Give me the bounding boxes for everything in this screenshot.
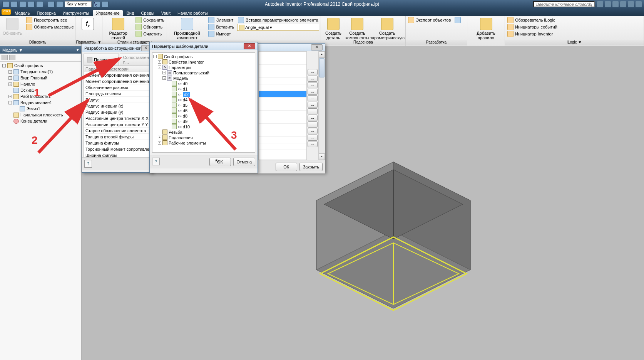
param-row[interactable]: Радиус инерции (x) xyxy=(84,103,151,109)
create-part-button[interactable]: Создать деталь xyxy=(323,17,344,41)
browser-node[interactable]: +Твердые тела(1) xyxy=(0,69,81,75)
dlg2-help-button[interactable]: ? xyxy=(152,158,160,165)
row-button[interactable]: ... xyxy=(308,121,318,128)
tree-node-label[interactable]: Свой профиль xyxy=(164,54,193,59)
clear-style-button[interactable]: Очистить xyxy=(135,31,165,37)
expand-icon[interactable]: + xyxy=(158,60,161,64)
tab-view[interactable]: Вид xyxy=(124,10,137,16)
find-icon[interactable] xyxy=(9,55,15,60)
row-button[interactable]: ... xyxy=(308,141,318,147)
tree-node[interactable]: x=d8 xyxy=(153,113,254,119)
dlg1-titlebar[interactable]: Разработка конструкционного профиля × xyxy=(82,44,152,52)
node-label[interactable]: Твердые тела(1) xyxy=(20,69,53,74)
help-search-input[interactable] xyxy=(533,1,595,7)
param-row[interactable]: Толщина второй фигуры xyxy=(84,134,151,140)
collapse-icon[interactable]: ▾ xyxy=(77,47,79,52)
tree-node-label[interactable]: d6 xyxy=(183,108,187,113)
expand-icon[interactable]: - xyxy=(2,64,6,67)
param-row[interactable]: Момент сопротивления сечения (x) xyxy=(84,72,151,78)
browser-node[interactable]: +РабПлоскость1 xyxy=(0,93,81,99)
rebuild-all-button[interactable]: Перестроить все xyxy=(25,17,75,23)
row-button[interactable]: ... xyxy=(308,135,318,141)
search-icon[interactable] xyxy=(597,1,603,7)
dlg2-tree[interactable]: -Свой профиль+Свойства Inventor-fxПараме… xyxy=(152,52,255,153)
tree-node[interactable]: +Рабочие элементы xyxy=(153,140,254,146)
group-ilogic-label[interactable]: iLogic ▼ xyxy=(505,40,644,45)
expand-icon[interactable]: - xyxy=(8,101,12,104)
back-ok-button[interactable]: ОК xyxy=(276,163,297,171)
expand-icon[interactable] xyxy=(15,107,18,111)
tree-node-label[interactable]: Резьба xyxy=(169,130,182,135)
tree-node-label[interactable]: d2 xyxy=(183,92,190,97)
back-dialog-scrollbar[interactable]: ▴ ▾ xyxy=(318,51,325,160)
dlg1-close-button[interactable]: × xyxy=(141,45,150,51)
row-button[interactable]: ... xyxy=(308,115,318,121)
param-row[interactable]: Расстояние центра тяжести Y-Y xyxy=(84,121,151,128)
element-button[interactable]: Элемент xyxy=(207,17,235,23)
tree-node[interactable]: x=d9 xyxy=(153,119,254,124)
param-row[interactable]: Ширина фигуры xyxy=(84,152,151,157)
back-close-button[interactable]: Закрыть xyxy=(299,163,323,171)
row-button[interactable]: ... xyxy=(308,128,318,134)
row-button[interactable]: ... xyxy=(308,95,318,101)
tree-node-label[interactable]: d1 xyxy=(183,87,187,91)
expand-icon[interactable]: + xyxy=(162,71,166,74)
back-dialog-titlebar[interactable]: × xyxy=(258,44,325,51)
derive-component-button[interactable]: Производной компонент xyxy=(169,17,205,41)
tree-node-label[interactable]: Рабочие элементы xyxy=(169,141,206,145)
back-dialog-close-button[interactable]: × xyxy=(311,44,323,50)
insert-param-elem-button[interactable]: Вставка параметрического элемента xyxy=(237,17,319,23)
style-editor-button[interactable]: Редактор стилей xyxy=(104,17,132,41)
browser-node[interactable]: Конец детали xyxy=(0,118,81,124)
browser-node[interactable]: +Вид: Главный xyxy=(0,75,81,81)
browser-node[interactable]: Эскиз1 xyxy=(0,106,81,112)
tree-node-label[interactable]: Подавления xyxy=(169,135,193,140)
expand-icon[interactable]: - xyxy=(153,55,157,58)
qat-fx-icon[interactable]: fx xyxy=(93,1,100,7)
tree-node-label[interactable]: d9 xyxy=(183,119,187,124)
row-button[interactable]: ... xyxy=(308,76,318,82)
browser-node[interactable]: -Выдавливание1 xyxy=(0,99,81,106)
row-button[interactable]: ... xyxy=(308,108,318,114)
tree-node[interactable]: -Свой профиль xyxy=(153,54,254,59)
event-triggers-button[interactable]: Инициаторы событий xyxy=(507,24,558,30)
app-menu-button[interactable]: PRO xyxy=(2,9,11,15)
tree-node[interactable]: x=d4 xyxy=(153,97,254,103)
param-row[interactable]: Момент сопротивления сечения (y) xyxy=(84,78,151,84)
expand-icon[interactable]: + xyxy=(8,70,12,74)
paste-button[interactable]: Вставить xyxy=(207,24,235,30)
browser-node[interactable]: -Свой профиль xyxy=(0,62,81,69)
dlg1-tab-base[interactable]: Подоснова xyxy=(84,54,119,66)
param-row[interactable]: Радиус инерции (y) xyxy=(84,109,151,115)
add-rule-button[interactable]: Добавить правило xyxy=(469,17,503,41)
dlg2-cancel-button[interactable]: Отмена xyxy=(233,158,255,166)
filter-icon[interactable] xyxy=(2,55,8,60)
scroll-up-icon[interactable]: ▴ xyxy=(319,51,325,58)
expand-icon[interactable] xyxy=(8,113,12,117)
row-button[interactable]: ... xyxy=(308,102,318,108)
export-objects-button[interactable]: Экспорт объектов xyxy=(407,17,452,23)
tab-manage[interactable]: Управление xyxy=(93,10,122,16)
expand-icon[interactable]: + xyxy=(8,82,12,86)
ilogic-browser-button[interactable]: Обозреватель iLogic xyxy=(507,17,558,23)
save-style-button[interactable]: Сохранить xyxy=(135,17,165,23)
tree-node[interactable]: x=d5 xyxy=(153,103,254,108)
param-row[interactable]: Толщина фигуры xyxy=(84,140,151,146)
expand-icon[interactable]: + xyxy=(158,141,161,145)
qat-select-icon[interactable] xyxy=(48,1,55,7)
dlg1-help-button[interactable]: ? xyxy=(84,160,92,168)
param-row[interactable]: Старое обозначение элемента xyxy=(84,128,151,134)
qat-measure-icon[interactable] xyxy=(102,1,109,7)
tree-node-label[interactable]: Модель xyxy=(173,76,188,81)
browser-node[interactable]: +Начало xyxy=(0,81,81,87)
param-row[interactable]: Торсионный момент сопротивления xyxy=(84,146,151,152)
qat-open-icon[interactable] xyxy=(11,1,18,7)
node-label[interactable]: Конец детали xyxy=(20,119,47,123)
expand-icon[interactable]: + xyxy=(158,136,161,139)
tab-getstart[interactable]: Начало работы xyxy=(174,10,211,16)
create-components-button[interactable]: Создать компоненты xyxy=(346,17,368,41)
dlg2-titlebar[interactable]: Параметры шаблона детали × xyxy=(150,42,258,50)
node-label[interactable]: Начало xyxy=(20,82,35,86)
signin-icon[interactable] xyxy=(628,1,634,7)
help-icon[interactable] xyxy=(636,1,642,7)
